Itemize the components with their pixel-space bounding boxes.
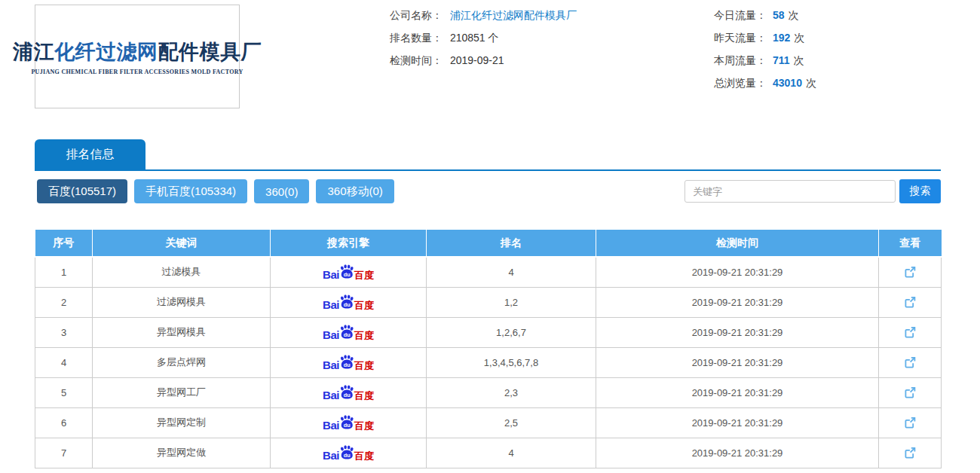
ranking-table: 序号 关键词 搜索引擎 排名 检测时间 查看 1 过滤模具 Baidu百度 4 …	[35, 230, 942, 468]
engine-filter-360-button[interactable]: 360(0)	[254, 179, 309, 203]
cell-rank: 1,3,4,5,6,7,8	[427, 347, 596, 377]
baidu-logo-cn-text: 百度	[354, 361, 374, 371]
view-external-link-icon[interactable]	[903, 356, 917, 369]
cell-time: 2019-09-21 20:31:29	[596, 438, 879, 468]
cell-view	[879, 287, 942, 317]
cell-rank: 1,2,6,7	[427, 317, 596, 347]
column-header-view: 查看	[879, 230, 942, 257]
check-time-label: 检测时间：	[390, 54, 443, 66]
baidu-paw-icon: du	[338, 444, 355, 461]
rank-count-row: 排名数量： 210851 个	[390, 26, 577, 49]
engine-filter-mobile-baidu-button[interactable]: 手机百度(105334)	[134, 179, 247, 203]
cell-engine: Baidu百度	[271, 317, 427, 347]
stat-week-row: 本周流量：711次	[714, 49, 816, 72]
cell-index: 4	[35, 347, 93, 377]
cell-view	[879, 347, 942, 377]
view-external-link-icon[interactable]	[903, 446, 917, 459]
cell-engine: Baidu百度	[271, 347, 427, 377]
baidu-logo-du-text: du	[344, 451, 351, 458]
table-row: 1 过滤模具 Baidu百度 4 2019-09-21 20:31:29	[35, 257, 942, 287]
check-time-row: 检测时间： 2019-09-21	[390, 49, 577, 72]
cell-view	[879, 407, 942, 438]
baidu-logo-du-text: du	[344, 331, 351, 337]
baidu-paw-icon: du	[338, 414, 355, 431]
keyword-search-input[interactable]	[684, 180, 896, 203]
cell-view	[879, 377, 942, 407]
baidu-paw-icon: du	[338, 324, 355, 340]
cell-index: 5	[35, 377, 93, 407]
baidu-logo: Baidu百度	[323, 384, 374, 401]
view-external-link-icon[interactable]	[903, 265, 917, 279]
column-header-index: 序号	[35, 230, 93, 257]
cell-keyword: 异型网定做	[93, 438, 271, 468]
engine-filter-buttons: 百度(105517) 手机百度(105334) 360(0) 360移动(0)	[37, 179, 394, 203]
baidu-logo: Baidu百度	[323, 294, 374, 310]
stat-today-unit: 次	[789, 9, 799, 21]
stat-week-value: 711	[773, 54, 790, 66]
cell-keyword: 过滤网模具	[93, 287, 271, 317]
cell-rank: 4	[427, 257, 596, 287]
stat-today-row: 今日流量：58次	[714, 4, 816, 26]
cell-view	[879, 438, 942, 468]
cell-engine: Baidu百度	[271, 287, 427, 317]
baidu-paw-icon: du	[338, 354, 355, 371]
column-header-time: 检测时间	[596, 230, 879, 257]
baidu-logo-bai-text: Bai	[323, 329, 339, 340]
table-row: 3 异型网模具 Baidu百度 1,2,6,7 2019-09-21 20:31…	[35, 317, 942, 347]
logo-name-prefix: 浦江	[13, 41, 54, 63]
engine-filter-360-mobile-button[interactable]: 360移动(0)	[316, 179, 394, 203]
view-external-link-icon[interactable]	[903, 325, 917, 339]
cell-view	[879, 317, 942, 347]
rank-count-value: 210851 个	[450, 32, 499, 44]
cell-index: 2	[35, 287, 93, 317]
baidu-logo-du-text: du	[344, 391, 351, 398]
column-header-engine: 搜索引擎	[271, 230, 427, 257]
cell-engine: Baidu百度	[271, 438, 427, 468]
baidu-logo: Baidu百度	[323, 354, 374, 371]
cell-rank: 2,5	[427, 407, 596, 438]
stat-total-label: 总浏览量：	[714, 77, 767, 89]
cell-keyword: 异型网模具	[93, 317, 271, 347]
stat-week-unit: 次	[794, 54, 804, 66]
company-logo: 浦江化纤过滤网配件模具厂 PUJIANG CHEMICAL FIBER FILT…	[35, 5, 240, 108]
baidu-logo: Baidu百度	[323, 414, 374, 431]
search-button[interactable]: 搜索	[899, 179, 941, 203]
stat-total-unit: 次	[806, 77, 816, 89]
baidu-logo-bai-text: Bai	[323, 420, 339, 431]
cell-engine: Baidu百度	[271, 407, 427, 438]
cell-rank: 1,2	[427, 287, 596, 317]
stat-yesterday-value: 192	[773, 32, 790, 44]
baidu-logo-cn-text: 百度	[354, 451, 374, 461]
stat-yesterday-label: 昨天流量：	[714, 32, 767, 44]
cell-time: 2019-09-21 20:31:29	[596, 347, 879, 377]
company-logo-name: 浦江化纤过滤网配件模具厂	[13, 38, 262, 66]
baidu-logo-cn-text: 百度	[354, 391, 374, 401]
company-info-panel: 公司名称： 浦江化纤过滤网配件模具厂 排名数量： 210851 个 检测时间： …	[390, 4, 577, 72]
cell-engine: Baidu百度	[271, 377, 427, 407]
cell-keyword: 异型网工厂	[93, 377, 271, 407]
page: 浦江化纤过滤网配件模具厂 PUJIANG CHEMICAL FIBER FILT…	[0, 0, 980, 473]
cell-index: 1	[35, 257, 93, 287]
stat-total-row: 总浏览量：43010次	[714, 72, 816, 94]
stat-today-label: 今日流量：	[714, 9, 767, 21]
table-row: 6 异型网定制 Baidu百度 2,5 2019-09-21 20:31:29	[35, 407, 942, 438]
view-external-link-icon[interactable]	[903, 416, 917, 429]
baidu-logo-du-text: du	[344, 301, 351, 307]
stat-total-value: 43010	[773, 77, 802, 89]
engine-filter-baidu-button[interactable]: 百度(105517)	[37, 179, 127, 203]
column-header-rank: 排名	[427, 230, 596, 257]
stat-yesterday-row: 昨天流量：192次	[714, 26, 816, 49]
cell-time: 2019-09-21 20:31:29	[596, 407, 879, 438]
baidu-logo-du-text: du	[344, 361, 351, 368]
baidu-logo-bai-text: Bai	[323, 450, 339, 461]
view-external-link-icon[interactable]	[903, 295, 917, 309]
baidu-logo-bai-text: Bai	[323, 269, 339, 280]
company-name-link[interactable]: 浦江化纤过滤网配件模具厂	[450, 9, 577, 21]
company-name-row: 公司名称： 浦江化纤过滤网配件模具厂	[390, 4, 577, 26]
view-external-link-icon[interactable]	[903, 386, 917, 399]
baidu-logo-bai-text: Bai	[323, 359, 339, 371]
tab-ranking-info[interactable]: 排名信息	[35, 139, 145, 169]
table-row: 5 异型网工厂 Baidu百度 2,3 2019-09-21 20:31:29	[35, 377, 942, 407]
company-name-label: 公司名称：	[390, 9, 443, 21]
cell-time: 2019-09-21 20:31:29	[596, 317, 879, 347]
